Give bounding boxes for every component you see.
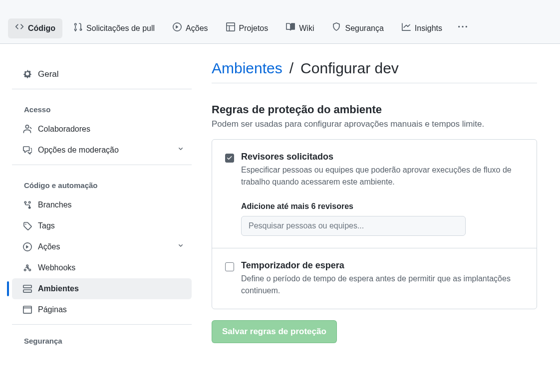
protection-rules-subheading: Podem ser usadas para configurar aprovaç… bbox=[212, 119, 537, 129]
tab-label: Ações bbox=[186, 23, 208, 34]
sidebar-item-label: Páginas bbox=[38, 304, 67, 315]
required-reviewers-checkbox[interactable] bbox=[225, 154, 234, 163]
play-icon bbox=[173, 22, 182, 34]
required-reviewers-title: Revisores solicitados bbox=[241, 152, 524, 162]
tab-pull-requests[interactable]: Solicitações de pull bbox=[66, 18, 162, 38]
sidebar-item-tags[interactable]: Tags bbox=[12, 215, 192, 236]
breadcrumb: Ambientes / Configurar dev bbox=[212, 60, 537, 83]
tab-label: Insights bbox=[415, 23, 442, 34]
chevron-down-icon bbox=[177, 145, 185, 156]
comment-discussion-icon bbox=[23, 146, 32, 155]
server-icon bbox=[23, 284, 32, 293]
sidebar-item-collaborators[interactable]: Colaboradores bbox=[12, 119, 192, 140]
people-icon bbox=[23, 125, 32, 134]
sidebar-heading-code: Código e automação bbox=[12, 173, 192, 195]
sidebar-item-moderation[interactable]: Opções de moderação bbox=[12, 140, 192, 161]
graph-icon bbox=[402, 22, 411, 34]
kebab-icon bbox=[458, 22, 467, 34]
git-pull-request-icon bbox=[73, 22, 82, 34]
tab-wiki[interactable]: Wiki bbox=[279, 18, 321, 38]
sidebar-item-branches[interactable]: Branches bbox=[12, 195, 192, 215]
tab-label: Solicitações de pull bbox=[86, 23, 155, 34]
code-icon bbox=[15, 22, 24, 34]
sidebar-item-label: Webhooks bbox=[38, 262, 75, 273]
tab-label: Código bbox=[28, 23, 55, 34]
check-icon bbox=[227, 155, 233, 161]
settings-content: Ambientes / Configurar dev Regras de pro… bbox=[200, 60, 549, 363]
shield-icon bbox=[332, 22, 341, 34]
required-reviewers-desc: Especificar pessoas ou equipes que poder… bbox=[241, 164, 524, 188]
sidebar-item-general[interactable]: Geral bbox=[12, 64, 192, 85]
tab-actions[interactable]: Ações bbox=[166, 18, 215, 38]
sidebar-item-label: Opções de moderação bbox=[38, 145, 119, 156]
sidebar-item-label: Tags bbox=[38, 220, 55, 231]
tab-projects[interactable]: Projetos bbox=[219, 18, 276, 38]
webhook-icon bbox=[23, 263, 32, 272]
sidebar-item-webhooks[interactable]: Webhooks bbox=[12, 257, 192, 278]
tag-icon bbox=[23, 221, 32, 230]
tab-code[interactable]: Código bbox=[8, 18, 62, 38]
sidebar-item-label: Colaboradores bbox=[38, 124, 90, 135]
repo-top-nav: Código Solicitações de pull Ações Projet… bbox=[0, 0, 560, 44]
book-icon bbox=[286, 22, 295, 34]
sidebar-heading-access: Acesso bbox=[12, 97, 192, 119]
sidebar-item-label: Ações bbox=[38, 241, 60, 252]
settings-sidebar: Geral Acesso Colaboradores Opções de mod… bbox=[0, 60, 200, 363]
save-protection-rules-button[interactable]: Salvar regras de proteção bbox=[212, 320, 337, 343]
breadcrumb-current: Configurar dev bbox=[300, 60, 399, 77]
git-branch-icon bbox=[23, 200, 32, 209]
breadcrumb-separator: / bbox=[286, 60, 296, 77]
protection-rules-box: Revisores solicitados Especificar pessoa… bbox=[212, 139, 537, 309]
chevron-down-icon bbox=[177, 241, 185, 252]
tab-label: Segurança bbox=[345, 23, 383, 34]
reviewers-search-input[interactable] bbox=[241, 216, 466, 236]
sidebar-item-actions[interactable]: Ações bbox=[12, 236, 192, 257]
sidebar-item-label: Branches bbox=[38, 199, 72, 210]
protection-rules-heading: Regras de proteção do ambiente bbox=[212, 103, 537, 116]
table-icon bbox=[226, 22, 235, 34]
play-icon bbox=[23, 242, 32, 251]
add-reviewers-label: Adicione até mais 6 revisores bbox=[241, 202, 524, 211]
rule-required-reviewers: Revisores solicitados Especificar pessoa… bbox=[212, 140, 537, 248]
sidebar-heading-security: Segurança bbox=[12, 329, 192, 350]
wait-timer-title: Temporizador de espera bbox=[241, 260, 524, 271]
sidebar-item-environments[interactable]: Ambientes bbox=[12, 278, 192, 299]
sidebar-item-label: Ambientes bbox=[38, 283, 79, 294]
wait-timer-checkbox[interactable] bbox=[225, 262, 234, 271]
gear-icon bbox=[23, 70, 32, 79]
tab-insights[interactable]: Insights bbox=[395, 18, 449, 38]
tab-label: Wiki bbox=[299, 23, 314, 34]
tab-overflow-menu[interactable] bbox=[453, 18, 472, 38]
sidebar-item-pages[interactable]: Páginas bbox=[12, 299, 192, 320]
tab-security[interactable]: Segurança bbox=[325, 18, 390, 38]
browser-icon bbox=[23, 305, 32, 314]
sidebar-item-label: Geral bbox=[38, 69, 59, 80]
rule-wait-timer: Temporizador de espera Define o período … bbox=[212, 248, 537, 309]
wait-timer-desc: Define o período de tempo de espera ante… bbox=[241, 273, 524, 297]
tab-label: Projetos bbox=[239, 23, 269, 34]
breadcrumb-root-link[interactable]: Ambientes bbox=[212, 60, 282, 77]
